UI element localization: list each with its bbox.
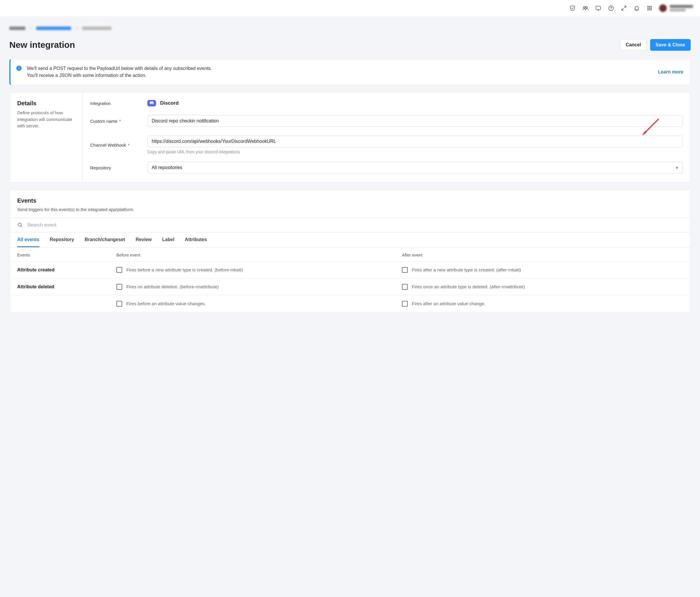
event-row: Attribute deleted Fires on attribute del… (9, 279, 691, 295)
tab-branch-changeset[interactable]: Branch/changeset (84, 232, 125, 247)
svg-line-17 (21, 226, 22, 227)
webhook-input[interactable] (147, 135, 683, 147)
tab-attributes[interactable]: Attributes (185, 232, 207, 247)
tab-all-events[interactable]: All events (17, 232, 40, 247)
svg-rect-8 (648, 7, 649, 9)
page-title: New integration (9, 40, 75, 50)
before-desc: Fires before a new attribute type is cre… (126, 267, 243, 273)
events-card: Events Send triggers for this event(s) t… (9, 189, 691, 312)
custom-name-input[interactable] (147, 115, 683, 127)
after-desc: Fires once an attribute type is deleted.… (412, 284, 525, 290)
svg-point-1 (586, 6, 588, 8)
event-row: Fires before an attribute value changes.… (9, 295, 691, 312)
event-tabs: All events Repository Branch/changeset R… (9, 232, 691, 248)
before-desc: Fires before an attribute value changes. (126, 301, 206, 307)
after-desc: Fires after an attribute value change. (412, 301, 485, 307)
repository-label: Repository (90, 165, 147, 170)
svg-point-0 (583, 6, 585, 8)
people-icon[interactable] (582, 5, 589, 11)
cancel-button[interactable]: Cancel (620, 39, 646, 51)
before-checkbox[interactable] (116, 267, 122, 273)
svg-rect-7 (651, 6, 652, 7)
discord-icon (147, 100, 156, 106)
integration-label: Integration (90, 101, 147, 106)
svg-marker-15 (642, 131, 647, 135)
breadcrumb: › › (9, 26, 691, 31)
avatar (659, 4, 667, 12)
col-events-header: Events (17, 253, 116, 257)
after-desc: Fires after a new attribute type is crea… (412, 267, 521, 273)
svg-rect-5 (648, 6, 649, 7)
col-after-header: After event (402, 253, 683, 257)
before-checkbox[interactable] (116, 284, 122, 290)
tab-repository[interactable]: Repository (50, 232, 74, 247)
svg-rect-9 (649, 7, 650, 9)
event-name: Attribute deleted (17, 284, 116, 289)
comment-icon[interactable] (595, 5, 601, 11)
apps-grid-icon[interactable] (646, 5, 653, 11)
search-input[interactable] (27, 222, 683, 228)
info-icon: i (16, 66, 22, 71)
shield-icon[interactable] (569, 5, 576, 11)
webhook-hint: Copy and paste URL from your discord int… (147, 150, 683, 154)
details-description: Define protocols of how integration will… (17, 110, 75, 129)
learn-more-link[interactable]: Learn more (658, 69, 683, 75)
repository-select[interactable] (147, 162, 683, 174)
topbar (0, 0, 700, 16)
after-checkbox[interactable] (402, 284, 408, 290)
save-close-button[interactable]: Save & Close (650, 39, 691, 51)
user-menu[interactable] (659, 4, 693, 12)
tab-label[interactable]: Label (162, 232, 174, 247)
expand-icon[interactable] (621, 5, 627, 11)
after-checkbox[interactable] (402, 301, 408, 307)
custom-name-label: Custom name (90, 119, 117, 124)
svg-rect-6 (649, 6, 650, 7)
svg-rect-10 (651, 7, 652, 9)
events-heading: Events (17, 197, 683, 204)
integration-value: Discord (160, 100, 178, 106)
bell-icon[interactable] (633, 5, 640, 11)
col-before-header: Before event (116, 253, 402, 257)
help-icon[interactable] (608, 5, 614, 11)
tab-review[interactable]: Review (135, 232, 152, 247)
details-card: Details Define protocols of how integrat… (9, 92, 691, 182)
events-description: Send triggers for this event(s) to the i… (17, 207, 683, 212)
webhook-label: Channel Webhook (90, 142, 126, 148)
svg-rect-2 (596, 6, 601, 9)
after-checkbox[interactable] (402, 267, 408, 273)
svg-point-4 (611, 9, 611, 10)
svg-rect-12 (649, 9, 650, 10)
banner-line1: We'll send a POST request to the Payload… (27, 65, 212, 72)
svg-rect-11 (648, 9, 649, 10)
svg-point-16 (18, 223, 21, 226)
before-checkbox[interactable] (116, 301, 122, 307)
svg-rect-13 (651, 9, 652, 10)
search-icon (17, 222, 23, 228)
event-name: Attribute created (17, 267, 116, 272)
details-heading: Details (17, 100, 75, 107)
banner-line2: You'll receive a JSON with some informat… (27, 72, 212, 79)
before-desc: Fires on attribute deletion. (before-rma… (126, 284, 219, 290)
info-banner: i We'll send a POST request to the Paylo… (9, 59, 691, 85)
event-row: Attribute created Fires before a new att… (9, 262, 691, 279)
